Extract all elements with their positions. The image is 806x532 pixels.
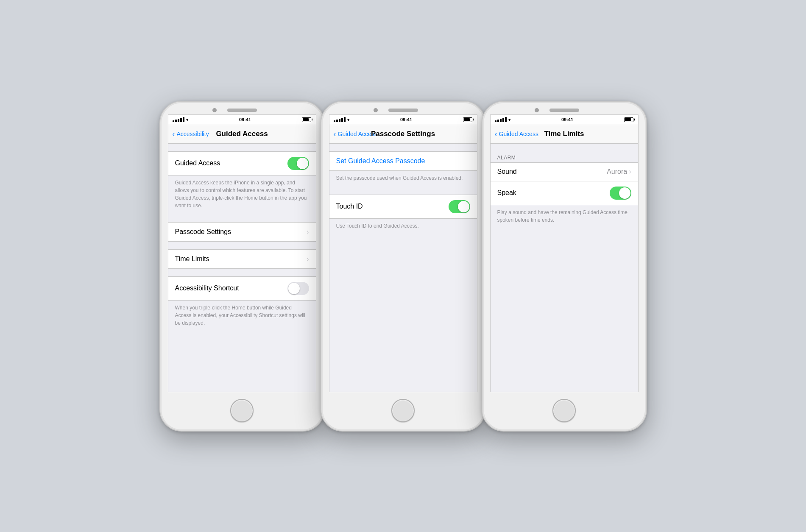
- chevron-icon-2: ‹: [334, 130, 336, 138]
- camera-3: [535, 108, 539, 112]
- group-passcode: Passcode Settings ›: [168, 222, 316, 242]
- row-accessibility-shortcut[interactable]: Accessibility Shortcut: [168, 277, 316, 300]
- label-time-limits: Time Limits: [175, 255, 209, 263]
- status-bar-2: ▾ 09:41: [329, 115, 477, 125]
- wifi-icon-3: ▾: [508, 117, 510, 122]
- guided-access-desc: Guided Access keeps the iPhone in a sing…: [168, 175, 316, 214]
- iphone-1: ▾ 09:41 ‹ Accessibility Guided Access: [159, 101, 325, 432]
- battery-icon-2: [463, 117, 472, 122]
- iphone-3-top: [482, 102, 646, 112]
- battery-fill-3: [625, 118, 631, 121]
- battery-area-1: [302, 117, 311, 122]
- toggle-knob-4: [619, 187, 630, 199]
- sep: [329, 144, 477, 151]
- iphone-1-bottom: [160, 395, 324, 431]
- signal-2: [334, 117, 346, 122]
- group-guided-access: Guided Access: [168, 151, 316, 175]
- back-button-3[interactable]: ‹ Guided Access: [495, 130, 538, 138]
- speaker-2: [388, 109, 418, 112]
- chevron-sound: ›: [629, 168, 631, 175]
- signal-dot: [336, 120, 338, 122]
- signal-dot: [180, 118, 182, 122]
- signal-dot: [502, 118, 504, 122]
- row-guided-access[interactable]: Guided Access: [168, 152, 316, 175]
- time-3: 09:41: [561, 117, 573, 122]
- signal-1: [173, 117, 184, 122]
- sep: [491, 144, 638, 151]
- iphone-2-bottom: [321, 395, 485, 431]
- sep: [168, 214, 316, 222]
- signal-dot: [500, 119, 502, 122]
- back-label-3: Guided Access: [499, 131, 538, 137]
- row-passcode-settings[interactable]: Passcode Settings ›: [168, 223, 316, 241]
- sound-value: Aurora ›: [607, 168, 631, 175]
- toggle-touch-id[interactable]: [449, 200, 470, 213]
- toggle-speak[interactable]: [610, 187, 631, 200]
- toggle-knob-3: [458, 201, 469, 212]
- sound-value-text: Aurora: [607, 168, 627, 175]
- sep: [329, 187, 477, 195]
- status-left-2: ▾: [334, 117, 349, 122]
- touch-id-desc: Use Touch ID to end Guided Access.: [329, 219, 477, 235]
- home-button-2[interactable]: [391, 399, 415, 422]
- nav-title-3: Time Limits: [544, 130, 584, 138]
- camera-2: [374, 108, 378, 112]
- phones-container: ▾ 09:41 ‹ Accessibility Guided Access: [151, 84, 655, 448]
- signal-dot: [495, 120, 496, 122]
- group-set-passcode: Set Guided Access Passcode: [329, 151, 477, 171]
- status-left-3: ▾: [495, 117, 510, 122]
- set-passcode-desc: Set the passcode used when Guided Access…: [329, 171, 477, 187]
- group-alarm: Sound Aurora › Speak: [491, 162, 638, 205]
- speaker-1: [227, 109, 257, 112]
- settings-content-1: Guided Access Guided Access keeps the iP…: [168, 144, 316, 392]
- signal-dot: [175, 120, 177, 122]
- nav-bar-2: ‹ Guided Access Passcode Settings: [329, 125, 477, 144]
- label-guided-access: Guided Access: [175, 159, 220, 167]
- chevron-icon-1: ‹: [173, 130, 175, 138]
- row-speak[interactable]: Speak: [491, 181, 638, 205]
- battery-area-3: [624, 117, 633, 122]
- signal-3: [495, 117, 507, 122]
- signal-dot: [505, 117, 507, 122]
- speak-desc: Play a sound and have the remaining Guid…: [491, 205, 638, 229]
- row-sound[interactable]: Sound Aurora ›: [491, 163, 638, 181]
- chevron-icon-3: ‹: [495, 130, 497, 138]
- nav-title-2: Passcode Settings: [371, 130, 435, 138]
- battery-icon-1: [302, 117, 311, 122]
- signal-dot: [334, 120, 335, 122]
- row-touch-id[interactable]: Touch ID: [329, 195, 477, 218]
- settings-content-2: Set Guided Access Passcode Set the passc…: [329, 144, 477, 392]
- status-left-1: ▾: [173, 117, 188, 122]
- sep: [168, 269, 316, 276]
- sep: [168, 144, 316, 151]
- link-set-passcode[interactable]: Set Guided Access Passcode: [336, 157, 425, 165]
- nav-bar-1: ‹ Accessibility Guided Access: [168, 125, 316, 144]
- home-button-1[interactable]: [230, 399, 254, 422]
- sep: [168, 242, 316, 249]
- nav-bar-3: ‹ Guided Access Time Limits: [491, 125, 638, 144]
- row-set-passcode[interactable]: Set Guided Access Passcode: [329, 152, 477, 170]
- time-2: 09:41: [400, 117, 412, 122]
- time-1: 09:41: [239, 117, 251, 122]
- battery-fill-1: [303, 118, 309, 121]
- signal-dot: [173, 120, 174, 122]
- signal-dot: [344, 117, 346, 122]
- iphone-3-bottom: [482, 395, 646, 431]
- toggle-accessibility-shortcut[interactable]: [287, 282, 309, 295]
- group-touch-id: Touch ID: [329, 195, 477, 219]
- battery-icon-3: [624, 117, 633, 122]
- row-time-limits[interactable]: Time Limits ›: [168, 250, 316, 268]
- back-button-1[interactable]: ‹ Accessibility: [173, 130, 209, 138]
- toggle-knob-1: [297, 158, 308, 169]
- back-label-1: Accessibility: [177, 131, 209, 137]
- label-passcode: Passcode Settings: [175, 228, 231, 236]
- iphone-2: ▾ 09:41 ‹ Guided Access Passcode Setting…: [321, 101, 486, 432]
- battery-fill-2: [464, 118, 470, 121]
- status-bar-3: ▾ 09:41: [491, 115, 638, 125]
- home-button-3[interactable]: [552, 399, 576, 422]
- camera-1: [212, 108, 217, 112]
- toggle-guided-access[interactable]: [287, 157, 309, 170]
- status-bar-1: ▾ 09:41: [168, 115, 316, 125]
- iphone-3-screen: ▾ 09:41 ‹ Guided Access Time Limits: [490, 114, 639, 392]
- signal-dot: [341, 118, 343, 122]
